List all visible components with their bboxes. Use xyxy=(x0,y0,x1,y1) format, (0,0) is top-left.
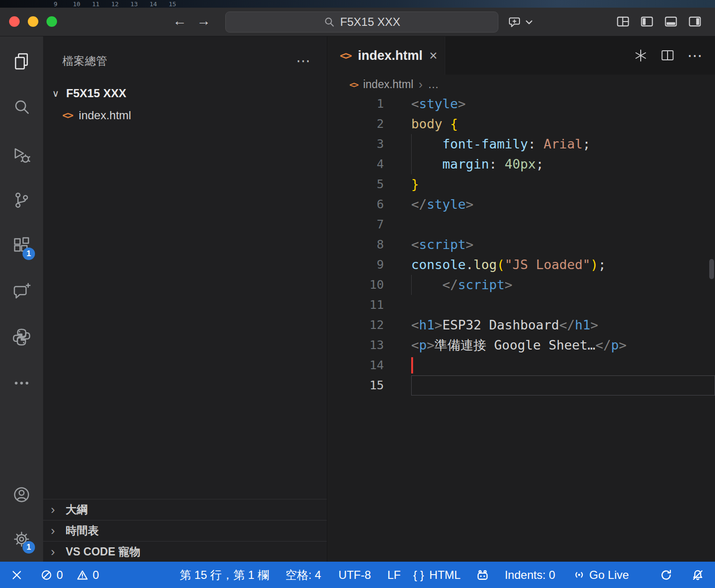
code-line[interactable]: 3 font-family: Arial; xyxy=(327,134,715,154)
file-row[interactable]: <> index.html xyxy=(43,104,327,126)
forward-button[interactable]: → xyxy=(195,13,213,29)
line-number[interactable]: 2 xyxy=(327,114,398,134)
line-number[interactable]: 10 xyxy=(327,275,398,295)
files-icon xyxy=(12,52,31,71)
remote-indicator[interactable] xyxy=(11,569,23,581)
code-line[interactable]: 5} xyxy=(327,174,715,194)
code-line[interactable]: 1<style> xyxy=(327,94,715,114)
section-vscode-pets[interactable]: › VS CODE 寵物 xyxy=(43,541,327,562)
customize-layout-icon[interactable] xyxy=(616,15,630,28)
line-number[interactable]: 9 xyxy=(327,255,398,275)
language-mode-status[interactable]: { } HTML xyxy=(413,568,461,582)
line-number[interactable]: 7 xyxy=(327,215,398,235)
bell-slash-icon[interactable] xyxy=(691,568,704,582)
line-content: console.log("JS Loaded"); xyxy=(411,255,715,275)
command-center-search[interactable]: F5X15 XXX xyxy=(225,11,498,33)
cursor-position-status[interactable]: 第 15 行，第 1 欄 xyxy=(180,567,269,583)
breadcrumb-file[interactable]: index.html xyxy=(363,78,414,91)
code-line[interactable]: 7 xyxy=(327,215,715,235)
line-content: </script> xyxy=(411,275,715,295)
code-line[interactable]: 15 xyxy=(327,375,715,396)
pet-status[interactable] xyxy=(476,568,489,582)
activity-source-control[interactable] xyxy=(10,189,33,212)
code-line[interactable]: 6</style> xyxy=(327,194,715,215)
line-number[interactable]: 5 xyxy=(327,174,398,194)
tab-index-html[interactable]: <> index.html × xyxy=(327,36,445,75)
indent-guide-icon xyxy=(411,154,412,174)
more-actions-icon[interactable]: ⋯ xyxy=(687,51,703,60)
line-number[interactable]: 14 xyxy=(327,355,398,375)
code-token: h1 xyxy=(419,317,435,332)
section-outline[interactable]: › 大綱 xyxy=(43,499,327,520)
section-timeline[interactable]: › 時間表 xyxy=(43,520,327,541)
sidebar-sections: › 大綱 › 時間表 › VS CODE 寵物 xyxy=(43,499,327,562)
line-number[interactable]: 15 xyxy=(327,375,398,396)
more-actions-icon[interactable]: ⋯ xyxy=(296,56,311,66)
folder-row[interactable]: ∨ F5X15 XXX xyxy=(43,82,327,104)
tab-label: index.html xyxy=(358,48,423,63)
chat-bubble-icon[interactable] xyxy=(508,15,522,29)
close-icon[interactable]: × xyxy=(429,48,438,64)
chevron-right-icon: › xyxy=(51,523,59,538)
code-token: p xyxy=(419,338,427,352)
toggle-primary-sidebar-icon[interactable] xyxy=(640,15,654,28)
chevron-down-icon[interactable] xyxy=(525,18,533,26)
indentation-status[interactable]: 空格: 4 xyxy=(285,567,321,583)
code-editor[interactable]: 1<style>2body {3 font-family: Arial;4 ma… xyxy=(327,94,715,562)
back-button[interactable]: ← xyxy=(171,13,189,29)
breadcrumb-symbol[interactable]: … xyxy=(428,78,439,91)
split-editor-icon[interactable] xyxy=(660,48,675,63)
activity-search[interactable] xyxy=(10,96,33,119)
encoding-status[interactable]: UTF-8 xyxy=(338,568,371,582)
activity-bar: 1 1 xyxy=(0,36,43,562)
zoom-window-button[interactable] xyxy=(46,16,57,27)
activity-explorer[interactable] xyxy=(10,50,33,73)
code-line[interactable]: 10 </script> xyxy=(327,275,715,295)
indents-status[interactable]: Indents: 0 xyxy=(505,568,555,582)
status-bar: 0 0 第 15 行，第 1 欄 空格: 4 UTF-8 LF { } HTML… xyxy=(0,562,715,588)
eol-status[interactable]: LF xyxy=(387,568,401,582)
code-token: : xyxy=(528,136,544,151)
line-number[interactable]: 3 xyxy=(327,134,398,154)
line-number[interactable]: 1 xyxy=(327,94,398,114)
minimize-window-button[interactable] xyxy=(28,16,38,27)
activity-run-debug[interactable] xyxy=(10,144,33,167)
line-number[interactable]: 6 xyxy=(327,194,398,215)
code-line[interactable]: 4 margin: 40px; xyxy=(327,154,715,174)
warning-icon xyxy=(76,569,89,581)
activity-python[interactable] xyxy=(10,326,33,349)
line-number[interactable]: 8 xyxy=(327,235,398,255)
ruler-number: 15 xyxy=(169,0,176,8)
line-number[interactable]: 11 xyxy=(327,295,398,315)
chat-controls xyxy=(508,15,533,29)
code-line[interactable]: 9console.log("JS Loaded"); xyxy=(327,255,715,275)
code-line[interactable]: 14 xyxy=(327,355,715,375)
account-button[interactable] xyxy=(10,483,33,506)
code-line[interactable]: 13<p>準備連接 Google Sheet…</p> xyxy=(327,335,715,355)
close-window-button[interactable] xyxy=(9,16,20,27)
problems-status[interactable]: 0 0 xyxy=(40,568,99,582)
toggle-secondary-sidebar-icon[interactable] xyxy=(688,15,702,28)
editor-actions: ⋯ xyxy=(634,36,715,75)
go-live-status[interactable]: Go Live xyxy=(573,568,629,582)
code-line[interactable]: 8<script> xyxy=(327,235,715,255)
code-line[interactable]: 2body { xyxy=(327,114,715,134)
chatgpt-icon[interactable] xyxy=(634,48,648,63)
line-number[interactable]: 13 xyxy=(327,335,398,355)
extensions-badge: 1 xyxy=(23,248,35,260)
toggle-panel-icon[interactable] xyxy=(664,15,678,28)
line-number[interactable]: 12 xyxy=(327,315,398,335)
line-number[interactable]: 4 xyxy=(327,154,398,174)
settings-button[interactable]: 1 xyxy=(10,528,33,551)
sync-icon[interactable] xyxy=(659,568,673,582)
code-line[interactable]: 12<h1>ESP32 Dashboard</h1> xyxy=(327,315,715,335)
code-line[interactable]: 11 xyxy=(327,295,715,315)
activity-chat[interactable] xyxy=(10,280,33,303)
html-file-icon: <> xyxy=(340,49,351,62)
code-token: "JS Loaded" xyxy=(505,257,590,272)
breadcrumbs[interactable]: <> index.html › … xyxy=(327,75,715,94)
code-token: </ xyxy=(595,338,611,352)
activity-extensions[interactable]: 1 xyxy=(10,234,33,257)
sidebar-title: 檔案總管 xyxy=(62,54,107,68)
activity-more[interactable] xyxy=(10,372,33,395)
